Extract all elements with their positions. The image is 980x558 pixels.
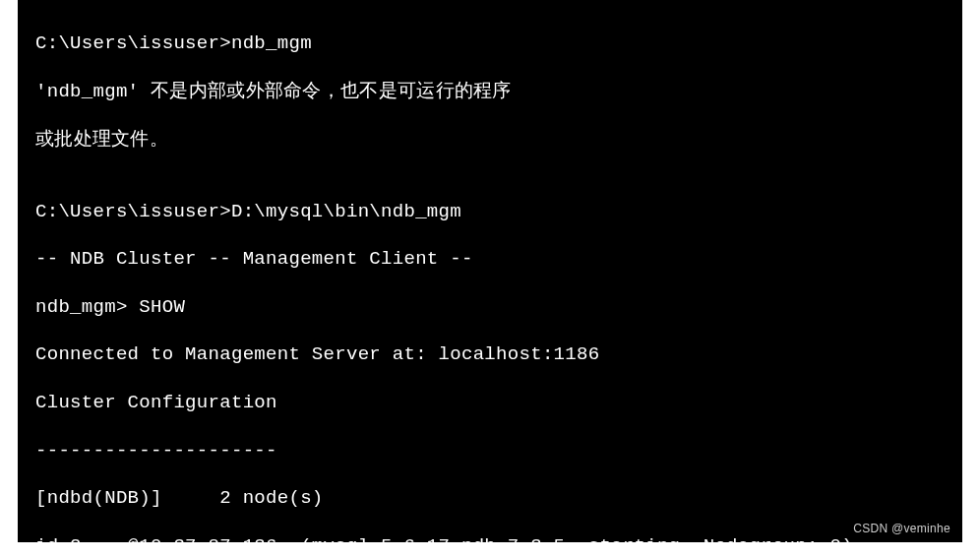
watermark-text: CSDN @veminhe (853, 522, 950, 536)
terminal-line: C:\Users\issuser>D:\mysql\bin\ndb_mgm (35, 200, 945, 223)
terminal-line: Connected to Management Server at: local… (35, 342, 945, 366)
terminal-line: -- NDB Cluster -- Management Client -- (35, 247, 945, 271)
terminal-line: C:\Users\issuser>ndb_mgm (35, 31, 945, 55)
terminal-line: ndb_mgm> SHOW (35, 295, 945, 319)
terminal-line: 或批处理文件。 (35, 128, 945, 152)
terminal-line: [ndbd(NDB)] 2 node(s) (35, 486, 945, 510)
terminal-line: Cluster Configuration (35, 391, 945, 414)
terminal-line: id=2 @10.37.87.136 (mysql-5.6.17 ndb-7.3… (35, 534, 945, 558)
terminal-window[interactable]: C:\Users\issuser>ndb_mgm 'ndb_mgm' 不是内部或… (18, 0, 962, 542)
terminal-line: 'ndb_mgm' 不是内部或外部命令，也不是可运行的程序 (35, 80, 945, 103)
terminal-line: --------------------- (35, 439, 945, 463)
